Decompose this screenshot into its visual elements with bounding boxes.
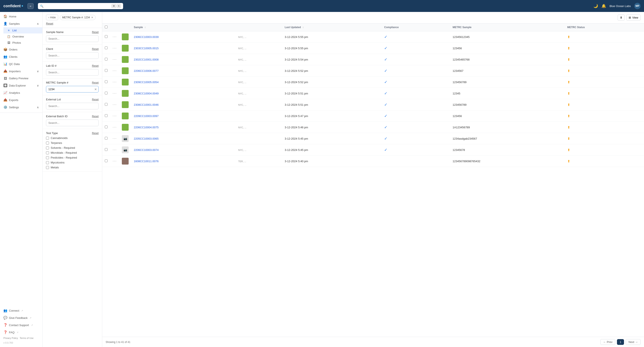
checkbox-solvents-input[interactable] [46,146,49,149]
metrc-upload-icon[interactable]: ⬆ [567,159,570,163]
row-checkbox[interactable] [105,80,108,83]
row-actions-button[interactable]: ··· [113,159,117,163]
row-actions-button[interactable]: ··· [113,80,117,84]
sidebar-item-list[interactable]: ≡ List [4,27,42,34]
metrc-sample-input[interactable] [46,86,98,93]
checkbox-pesticides-input[interactable] [46,156,49,159]
sample-link[interactable]: 2209CC10003.0097 [134,115,158,118]
sidebar-item-exports[interactable]: 📤 Exports [0,96,42,104]
sidebar-item-qc-data[interactable]: 📊 QC Data [0,60,42,68]
sample-link[interactable]: 2303CC10005.0015 [134,47,158,50]
checkbox-metals[interactable]: Metals [46,166,98,169]
reset-test-type-button[interactable]: Reset [92,132,98,135]
sample-link[interactable]: 2206CC10006.0077 [134,69,158,73]
privacy-policy-link[interactable]: Privacy Policy [4,337,18,339]
metrc-upload-icon[interactable]: ⬆ [567,137,570,140]
download-button[interactable]: ⬇ [618,15,624,21]
row-checkbox[interactable] [105,69,108,72]
terms-link[interactable]: Terms of Use [20,337,34,339]
row-checkbox[interactable] [105,103,108,106]
sidebar-item-clients[interactable]: 👥 Clients [0,53,42,60]
lab-id-input[interactable] [46,69,98,76]
sidebar-item-overview[interactable]: 📋 Overview [4,34,42,40]
row-checkbox[interactable] [105,126,108,128]
row-checkbox[interactable] [105,148,108,151]
select-all-checkbox[interactable] [105,26,108,28]
row-checkbox[interactable] [105,47,108,49]
reset-all-filters-button[interactable]: Reset [46,22,53,25]
next-page-button[interactable]: Next → [626,339,640,345]
user-avatar[interactable]: MP [634,3,640,9]
sample-link[interactable]: 2205CC10003.0065 [134,137,158,140]
metrc-upload-icon[interactable]: ⬆ [567,92,570,95]
remove-filter-button[interactable]: ✕ [91,16,93,19]
sidebar-item-samples[interactable]: 👤 Samples ∧ [0,20,42,27]
checkbox-terpenes[interactable]: Terpenes [46,141,98,145]
metrc-upload-icon[interactable]: ⬆ [567,47,570,50]
dark-mode-button[interactable]: 🌙 [593,4,598,8]
sample-link[interactable]: 2308CC10001.0046 [134,103,158,106]
sidebar-item-gallery-preview[interactable]: 🖼 Gallery Preview [0,75,42,82]
metrc-upload-icon[interactable]: ⬆ [567,80,570,84]
notifications-button[interactable]: 🔔 [602,4,606,8]
reset-metrc-sample-button[interactable]: Reset [92,81,98,84]
sidebar-item-orders[interactable]: 📦 Orders [0,46,42,53]
sample-link[interactable]: 2206CC10003.0074 [134,148,158,152]
row-actions-button[interactable]: ··· [113,58,117,61]
row-actions-button[interactable]: ··· [113,103,117,106]
sample-link[interactable]: 2302CC10001.0008 [134,58,158,61]
sidebar-item-faq[interactable]: ❓ FAQ ↗ [0,329,42,336]
row-actions-button[interactable]: ··· [113,35,117,39]
reset-external-lot-button[interactable]: Reset [92,98,98,101]
sidebar-item-contact-support[interactable]: ❓ Contact Support ↗ [0,321,42,329]
sample-link[interactable]: 2306CC10003.0039 [134,35,158,39]
external-lot-input[interactable] [46,103,98,109]
metrc-sample-clear-button[interactable]: ✕ [94,88,97,91]
reset-external-batch-button[interactable]: Reset [92,115,98,118]
row-actions-button[interactable]: ··· [113,46,117,50]
sidebar-item-settings[interactable]: ⚙️ Settings ∧ [0,104,42,111]
search-input[interactable]: Search [45,4,110,8]
external-batch-input[interactable] [46,120,98,126]
checkbox-solvents[interactable]: Solvents - Required [46,146,98,149]
prev-page-button[interactable]: ← Prev [600,339,615,345]
checkbox-mycotoxins[interactable]: Mycotoxins [46,161,98,164]
metrc-upload-icon[interactable]: ⬆ [567,114,570,118]
client-input[interactable] [46,52,98,59]
checkbox-microbials[interactable]: Microbials - Required [46,151,98,154]
sample-name-input[interactable] [46,35,98,42]
checkbox-microbials-input[interactable] [46,151,49,154]
row-checkbox[interactable] [105,114,108,117]
sidebar-item-home[interactable]: 🏠 Home [0,13,42,20]
checkbox-terpenes-input[interactable] [46,142,49,145]
row-actions-button[interactable]: ··· [113,114,117,118]
sidebar-collapse-button[interactable]: « [28,3,34,9]
row-checkbox[interactable] [105,35,108,38]
sample-link[interactable]: 2308CC10004.0049 [134,92,158,95]
sort-icon[interactable]: ↕ [144,26,146,29]
sidebar-item-importers[interactable]: 📥 Importers ∨ [0,68,42,75]
view-button[interactable]: ⊞ View [626,15,640,21]
metrc-upload-icon[interactable]: ⬆ [567,103,570,107]
sample-link[interactable]: 1608CC10011.0076 [134,160,158,163]
row-checkbox[interactable] [105,137,108,140]
sample-link[interactable]: 2206CC10004.0075 [134,126,158,129]
checkbox-cannabinoids-input[interactable] [46,137,49,140]
metrc-upload-icon[interactable]: ⬆ [567,148,570,152]
reset-sample-name-button[interactable]: Reset [92,31,98,34]
sidebar-item-analytics[interactable]: 📈 Analytics [0,89,42,96]
checkbox-metals-input[interactable] [46,166,49,169]
row-checkbox[interactable] [105,58,108,61]
row-actions-button[interactable]: ··· [113,137,117,140]
hide-filters-button[interactable]: ‹ Hide [46,15,58,20]
row-checkbox[interactable] [105,159,108,162]
row-actions-button[interactable]: ··· [113,125,117,129]
checkbox-cannabinoids[interactable]: Cannabinoids [46,136,98,140]
sidebar-item-connect[interactable]: 👥 Connect ↗ [0,307,42,314]
row-actions-button[interactable]: ··· [113,91,117,95]
checkbox-pesticides[interactable]: Pesticides - Required [46,156,98,159]
checkbox-mycotoxins-input[interactable] [46,161,49,164]
metrc-upload-icon[interactable]: ⬆ [567,126,570,129]
row-actions-button[interactable]: ··· [113,148,117,152]
metrc-upload-icon[interactable]: ⬆ [567,35,570,39]
